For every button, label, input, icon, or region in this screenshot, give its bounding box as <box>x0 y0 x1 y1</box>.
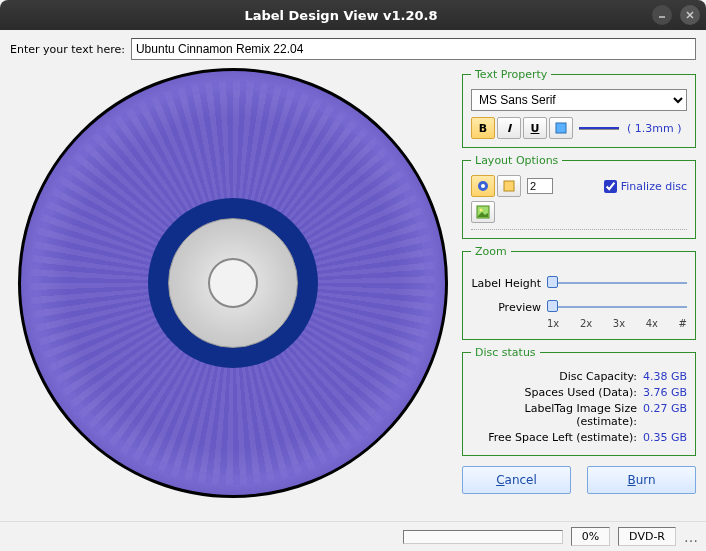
progress-bar <box>403 530 563 544</box>
status-label: Disc Capacity: <box>471 370 637 383</box>
preview-slider[interactable] <box>547 300 687 314</box>
bold-button[interactable]: B <box>471 117 495 139</box>
disc-status-legend: Disc status <box>471 346 540 359</box>
label-height-label: Label Height <box>471 277 541 290</box>
finalize-disc-checkbox[interactable]: Finalize disc <box>604 180 687 193</box>
text-property-group: Text Property MS Sans Serif B I U ( 1.3m… <box>462 68 696 148</box>
preview-label: Preview <box>471 301 541 314</box>
image-tool-button[interactable] <box>471 201 495 223</box>
zoom-legend: Zoom <box>471 245 511 258</box>
disc-status-group: Disc status Disc Capacity:4.38 GB Spaces… <box>462 346 696 456</box>
media-type: DVD-R <box>618 527 676 546</box>
close-button[interactable] <box>680 5 700 25</box>
svg-point-5 <box>481 184 485 188</box>
color-button[interactable] <box>549 117 573 139</box>
status-value: 0.35 GB <box>643 431 687 444</box>
underline-button[interactable]: U <box>523 117 547 139</box>
svg-point-8 <box>480 209 483 212</box>
layout-option-2[interactable] <box>497 175 521 197</box>
cancel-button[interactable]: Cancel <box>462 466 571 494</box>
text-color-indicator[interactable] <box>579 127 619 130</box>
text-property-legend: Text Property <box>471 68 551 81</box>
svg-rect-6 <box>504 181 514 191</box>
layout-option-1[interactable] <box>471 175 495 197</box>
status-label: Spaces Used (Data): <box>471 386 637 399</box>
status-value: 0.27 GB <box>643 402 687 428</box>
label-height-slider[interactable] <box>547 276 687 290</box>
titlebar: Label Design View v1.20.8 <box>0 0 706 30</box>
italic-button[interactable]: I <box>497 117 521 139</box>
statusbar-menu[interactable]: … <box>684 529 698 545</box>
thickness-label: ( 1.3mm ) <box>627 122 682 135</box>
status-value: 4.38 GB <box>643 370 687 383</box>
svg-rect-3 <box>556 123 566 133</box>
minimize-button[interactable] <box>652 5 672 25</box>
progress-percent: 0% <box>571 527 610 546</box>
disc-preview <box>10 68 452 510</box>
zoom-group: Zoom Label Height Preview 1x 2x 3x <box>462 245 696 340</box>
layout-options-legend: Layout Options <box>471 154 562 167</box>
text-input-label: Enter your text here: <box>10 43 125 56</box>
window-title: Label Design View v1.20.8 <box>30 8 652 23</box>
layout-options-group: Layout Options Finalize disc <box>462 154 696 239</box>
statusbar: 0% DVD-R … <box>0 521 706 551</box>
status-label: Free Space Left (estimate): <box>471 431 637 444</box>
layout-spinner[interactable] <box>527 178 553 194</box>
burn-button[interactable]: Burn <box>587 466 696 494</box>
label-text-input[interactable] <box>131 38 696 60</box>
status-value: 3.76 GB <box>643 386 687 399</box>
status-label: LabelTag Image Size (estimate): <box>471 402 637 428</box>
font-select[interactable]: MS Sans Serif <box>471 89 687 111</box>
